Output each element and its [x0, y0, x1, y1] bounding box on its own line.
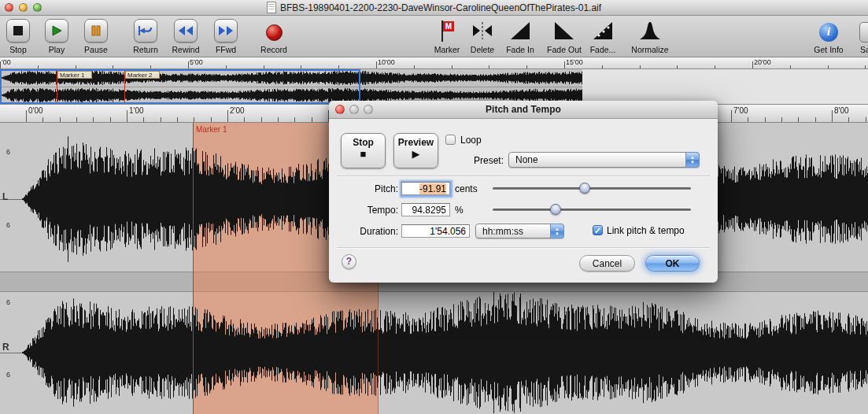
tempo-value: 94.8295: [412, 205, 446, 216]
close-window-icon[interactable]: [5, 3, 13, 12]
toolbar-label: Save: [850, 45, 868, 54]
dropdown-stepper-icon: ▲▼: [685, 152, 700, 168]
toolbar-fade-out-button[interactable]: Fade Out: [544, 17, 585, 54]
toolbar-return-button[interactable]: Return: [127, 17, 164, 54]
fade-custom-icon: [592, 20, 614, 41]
stop-icon: [6, 19, 30, 43]
link-pitch-tempo-label: Link pitch & tempo: [607, 225, 685, 236]
duration-field[interactable]: 1'54.056: [401, 224, 470, 238]
stop-button-label: Stop: [342, 137, 385, 148]
preset-value: None: [509, 153, 699, 165]
toolbar-label: Pause: [78, 45, 114, 54]
pitch-tempo-dialog: Pitch and Tempo Stop ■ Preview ▶ Loop Pr…: [329, 101, 718, 283]
dropdown-stepper-icon: ▲▼: [550, 224, 564, 238]
save-icon: [859, 22, 868, 43]
toolbar-label: Fade...: [585, 45, 621, 54]
preset-label: Preset:: [439, 155, 504, 166]
window-traffic-lights[interactable]: [5, 3, 42, 12]
minimize-window-icon[interactable]: [19, 3, 28, 12]
window-titlebar[interactable]: BFBS-19890401-2200-2230-DaveWinsor-Carol…: [0, 0, 868, 16]
pitch-label: Pitch:: [340, 183, 398, 194]
tempo-label: Tempo:: [340, 205, 398, 216]
app-window: BFBS-19890401-2200-2230-DaveWinsor-Carol…: [0, 0, 868, 414]
pitch-slider-track[interactable]: [493, 187, 691, 190]
link-pitch-tempo-checkbox[interactable]: ✓: [593, 225, 603, 235]
play-icon: [45, 19, 68, 43]
preview-button-label: Preview: [394, 137, 438, 148]
toolbar-ffwd-button[interactable]: FFwd: [208, 17, 244, 54]
marker-flag-icon: M: [438, 19, 456, 43]
toolbar-label: Normalize: [626, 45, 674, 54]
svg-text:M: M: [445, 22, 452, 31]
toolbar-fade-custom-button[interactable]: Fade...: [585, 17, 621, 54]
tempo-unit: %: [455, 205, 464, 216]
preset-dropdown[interactable]: None ▲▼: [508, 152, 700, 168]
overview-ruler[interactable]: [0, 57, 868, 69]
divider: [337, 247, 710, 248]
return-icon: [134, 19, 157, 43]
normalize-icon: [638, 20, 662, 41]
duration-label: Duration:: [340, 226, 398, 237]
tempo-slider[interactable]: [493, 204, 691, 216]
cancel-button[interactable]: Cancel: [579, 255, 635, 272]
stop-glyph-icon: ■: [342, 148, 385, 161]
loop-label: Loop: [460, 135, 482, 146]
divider: [337, 176, 710, 176]
toolbar-play-button[interactable]: Play: [39, 17, 75, 54]
toolbar-label: Marker: [429, 45, 465, 54]
dialog-minimize-icon: [349, 105, 359, 114]
preview-glyph-icon: ▶: [394, 148, 438, 161]
toolbar-label: Fade Out: [544, 45, 585, 54]
toolbar-label: Play: [39, 45, 75, 54]
dialog-zoom-icon: [364, 105, 373, 114]
toolbar: Stop Play Pause Return Rewind FFwd Recor…: [0, 16, 868, 57]
tempo-field[interactable]: 94.8295: [401, 203, 450, 216]
toolbar-label: Delete: [464, 45, 500, 54]
toolbar-save-button[interactable]: Save: [850, 17, 868, 54]
duration-format-dropdown[interactable]: hh:mm:ss ▲▼: [475, 224, 564, 238]
record-icon: [266, 24, 283, 41]
fade-in-icon: [509, 20, 531, 41]
dialog-stop-button[interactable]: Stop ■: [341, 133, 386, 168]
loop-checkbox[interactable]: [445, 135, 456, 145]
dialog-preview-button[interactable]: Preview ▶: [393, 133, 438, 168]
toolbar-label: Rewind: [168, 45, 204, 54]
toolbar-normalize-button[interactable]: Normalize: [626, 17, 674, 54]
duration-value: 1'54.056: [430, 226, 466, 237]
pitch-field[interactable]: -91.91: [401, 182, 450, 195]
toolbar-delete-button[interactable]: Delete: [464, 17, 500, 54]
toolbar-record-button[interactable]: Record: [256, 17, 292, 54]
toolbar-label: Return: [127, 45, 164, 54]
overview-waveform[interactable]: [0, 69, 868, 105]
dialog-title: Pitch and Tempo: [329, 101, 718, 118]
toolbar-label: Record: [256, 45, 292, 54]
pitch-unit: cents: [455, 183, 478, 194]
toolbar-get-info-button[interactable]: i Get Info: [809, 17, 848, 54]
toolbar-label: Get Info: [809, 45, 848, 54]
tempo-slider-track[interactable]: [493, 209, 691, 211]
dialog-titlebar[interactable]: Pitch and Tempo: [329, 101, 718, 119]
pitch-slider[interactable]: [493, 183, 691, 194]
help-button[interactable]: ?: [342, 254, 356, 269]
pitch-slider-knob[interactable]: [579, 183, 590, 194]
window-title: BFBS-19890401-2200-2230-DaveWinsor-Carol…: [280, 2, 601, 13]
check-icon: ✓: [594, 226, 601, 235]
rewind-icon: [174, 19, 198, 43]
toolbar-label: Fade In: [501, 45, 539, 54]
toolbar-fade-in-button[interactable]: Fade In: [501, 17, 539, 54]
toolbar-pause-button[interactable]: Pause: [78, 17, 114, 54]
toolbar-rewind-button[interactable]: Rewind: [168, 17, 204, 54]
pause-icon: [84, 19, 108, 43]
document-icon: [267, 2, 276, 13]
fast-forward-icon: [214, 19, 238, 43]
zoom-window-icon[interactable]: [33, 3, 42, 12]
toolbar-marker-button[interactable]: M Marker: [429, 17, 465, 54]
fade-out-icon: [553, 20, 575, 41]
toolbar-label: Stop: [0, 45, 36, 54]
delete-icon: [471, 20, 494, 42]
tempo-slider-knob[interactable]: [550, 204, 561, 215]
pitch-value: -91.91: [419, 183, 446, 194]
dialog-close-icon[interactable]: [335, 105, 345, 114]
ok-button[interactable]: OK: [645, 255, 700, 272]
toolbar-stop-button[interactable]: Stop: [0, 17, 36, 54]
